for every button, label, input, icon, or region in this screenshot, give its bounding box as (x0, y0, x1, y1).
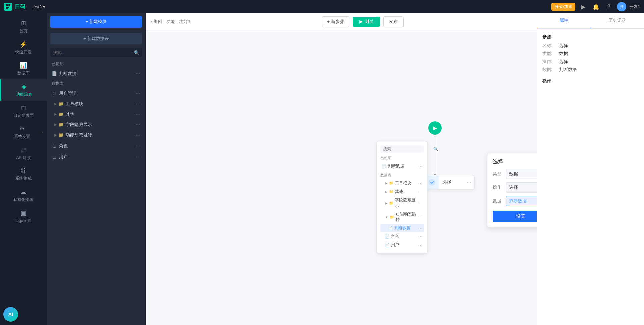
sidebar-item-private-deploy[interactable]: ☁ 私有化部署 (0, 185, 47, 206)
used-item-judge-data[interactable]: 📄 判断数据 ⋯ (47, 68, 145, 79)
user-name[interactable]: 开发1 (630, 4, 640, 10)
right-panel-tabs: 属性 历史记录 (537, 13, 644, 29)
popup-setup-button[interactable]: 设置 (493, 211, 537, 222)
sidebar-item-label: 自定义页面 (13, 113, 34, 118)
ai-button[interactable]: AI (3, 307, 18, 322)
sidebar-item-home[interactable]: ⊞ 首页 (0, 16, 47, 37)
sidebar-item-label: 私有化部署 (13, 197, 34, 203)
start-node[interactable]: ▶ (428, 121, 442, 135)
floating-item-other[interactable]: ▶ 📁 其他 ⋯ (380, 187, 424, 196)
more-icon[interactable]: ⋯ (418, 200, 423, 206)
data-item-func-jump[interactable]: ▶ 📁 功能动态跳转 ⋯ (47, 130, 145, 140)
file-icon: 📄 (385, 234, 390, 239)
arrow-icon: ▶ (385, 181, 388, 185)
item-more-icon[interactable]: ⋯ (135, 121, 141, 128)
sidebar-item-api[interactable]: ⇄ API对接 (0, 143, 47, 164)
publish-button[interactable]: 发布 (383, 16, 404, 27)
arrow-right-icon: ▶ (54, 112, 57, 116)
project-selector[interactable]: test2 ▾ (32, 4, 45, 9)
sidebar-item-function-flow[interactable]: ◈ 功能流程 (0, 79, 47, 101)
item-more-icon[interactable]: ⋯ (135, 101, 141, 107)
notification-icon[interactable]: 🔔 (591, 2, 601, 11)
toolbar-center: + 新步骤 ▶ 测试 发布 (322, 16, 403, 27)
more-icon[interactable]: ⋯ (418, 214, 423, 220)
floating-search-input[interactable] (383, 147, 433, 151)
search-row: 🔍 (50, 48, 142, 57)
help-icon[interactable]: ? (604, 2, 613, 11)
breadcrumb: ‹ 返回 功能 - 功能1 (151, 19, 190, 25)
more-icon[interactable]: ⋯ (418, 164, 423, 169)
floating-used-item-judge[interactable]: 📄 判断数据 ⋯ (380, 162, 424, 171)
popup-data-selector[interactable]: 判断数据 › (506, 196, 537, 206)
flow-node-select[interactable]: 选择 ⋯ (425, 175, 475, 190)
table-icon: ◻ (52, 154, 57, 160)
floating-item-func-jump[interactable]: ▼ 📁 功能动态跳转 ⋯ (380, 210, 424, 224)
prop-label-type: 类型: (542, 51, 559, 57)
popup-action-selector[interactable]: 选择 › (506, 182, 537, 193)
logo-settings-icon: ▣ (21, 209, 26, 217)
sidebar-item-database[interactable]: 📊 数据库 (0, 58, 47, 79)
search-input[interactable] (53, 50, 133, 55)
datatable-section-label: 数据表 (47, 79, 145, 88)
data-item-field-hide[interactable]: ▶ 📁 字段隐藏显示 ⋯ (47, 119, 145, 130)
item-more-icon[interactable]: ⋯ (135, 154, 141, 160)
play-icon[interactable]: ▶ (579, 2, 588, 11)
sidebar-item-system-settings[interactable]: ⚙ 系统设置 › (0, 122, 47, 143)
more-icon[interactable]: ⋯ (418, 189, 423, 195)
sidebar-item-quick-dev[interactable]: ⚡ 快速开发 (0, 37, 47, 58)
used-section-label: 已使用 (47, 60, 145, 68)
data-item-role[interactable]: ◻ 角色 ⋯ (47, 140, 145, 151)
more-icon[interactable]: ⋯ (418, 234, 423, 239)
item-more-icon[interactable]: ⋯ (135, 111, 141, 117)
more-icon[interactable]: ⋯ (418, 181, 423, 186)
file-icon: 📄 (52, 71, 57, 76)
back-button[interactable]: ‹ 返回 (151, 19, 162, 25)
item-more-icon[interactable]: ⋯ (135, 132, 141, 138)
folder-icon: 📁 (58, 101, 64, 107)
floating-search-icon: 🔍 (433, 147, 438, 151)
popup-type-selector[interactable]: 数据 › (506, 169, 537, 179)
floating-item-workorder[interactable]: ▶ 📁 工单模块 ⋯ (380, 179, 424, 187)
flow-node-more-icon[interactable]: ⋯ (464, 179, 474, 186)
data-item-user-management[interactable]: ◻ 用户管理 ⋯ (47, 88, 145, 99)
new-datatable-button[interactable]: + 新建数据表 (50, 33, 142, 44)
popup-action-label: 操作 (493, 184, 506, 191)
file-icon: 📄 (382, 164, 386, 168)
start-icon: ▶ (433, 125, 437, 131)
tab-properties[interactable]: 属性 (537, 13, 591, 28)
add-step-button[interactable]: + 新步骤 (322, 16, 349, 27)
data-item-workorder-module[interactable]: ▶ 📁 工单模块 ⋯ (47, 99, 145, 109)
floating-item-role[interactable]: 📄 角色 ⋯ (380, 232, 424, 241)
item-more-icon[interactable]: ⋯ (135, 143, 141, 149)
floating-item-user[interactable]: 📄 用户 ⋯ (380, 241, 424, 249)
sidebar-item-logo-settings[interactable]: ▣ logo设置 (0, 206, 47, 227)
floating-item-field-hide[interactable]: ▶ 📁 字段隐藏显示 ⋯ (380, 196, 424, 210)
floating-item-judge-data[interactable]: 📄 判断数据 ⋯ (380, 224, 424, 232)
tab-history[interactable]: 历史记录 (591, 13, 644, 28)
test-button[interactable]: ▶ 测试 (353, 17, 380, 27)
item-more-icon[interactable]: ⋯ (135, 70, 141, 77)
right-panel: 属性 历史记录 步骤 名称: 选择 类型: 数据 操作: 选择 数据: 判断数据… (537, 13, 644, 325)
new-module-button[interactable]: + 新建模块 (50, 16, 142, 28)
left-panel: + 新建模块 + 新建数据表 🔍 已使用 📄 判断数据 ⋯ 数据表 ◻ 用户管理… (47, 13, 146, 325)
item-more-icon[interactable]: ⋯ (135, 90, 141, 96)
folder-icon: 📁 (389, 181, 394, 185)
more-icon[interactable]: ⋯ (418, 226, 423, 231)
popup-type-label: 类型 (493, 171, 506, 177)
search-icon[interactable]: 🔍 (133, 50, 139, 55)
avatar[interactable]: 开 (617, 2, 626, 11)
data-item-other[interactable]: ▶ 📁 其他 ⋯ (47, 109, 145, 119)
sidebar-item-custom-page[interactable]: ◻ 自定义页面 (0, 101, 47, 122)
folder-icon: 📁 (58, 122, 64, 127)
floating-search-row: 🔍 (380, 145, 424, 153)
prop-value-name: 选择 (559, 43, 568, 49)
data-item-user[interactable]: ◻ 用户 ⋯ (47, 151, 145, 162)
folder-icon: 📁 (58, 132, 64, 138)
sidebar-item-system-integration[interactable]: ⛓ 系统集成 (0, 164, 47, 185)
prop-row-name: 名称: 选择 (542, 43, 639, 49)
system-integration-icon: ⛓ (20, 167, 26, 174)
more-icon[interactable]: ⋯ (418, 242, 423, 248)
canvas[interactable]: ▶ 选择 ⋯ 选择 类型 数据 › (146, 30, 537, 325)
sidebar-item-label: 快速开发 (15, 49, 32, 55)
upgrade-button[interactable]: 升级/加速 (551, 3, 575, 11)
